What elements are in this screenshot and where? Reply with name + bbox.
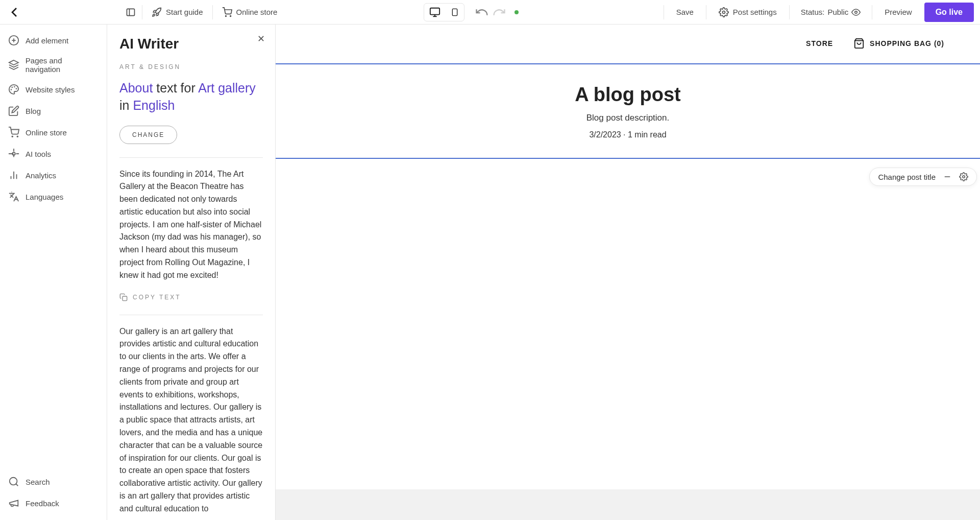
sidebar-item-add-element[interactable]: Add element bbox=[0, 30, 107, 51]
sidebar-item-label: Add element bbox=[26, 36, 68, 45]
close-icon: ✕ bbox=[257, 33, 265, 44]
sidebar: Add element Pages and navigation Website… bbox=[0, 25, 107, 520]
svg-point-16 bbox=[16, 88, 17, 89]
copy-icon bbox=[119, 293, 128, 301]
divider bbox=[789, 5, 790, 19]
topbar: Start guide Online store Save Post sett bbox=[0, 0, 980, 25]
sidebar-search-label: Search bbox=[26, 478, 50, 486]
plus-circle-icon bbox=[8, 35, 19, 46]
svg-rect-27 bbox=[122, 296, 127, 301]
back-button[interactable] bbox=[6, 4, 22, 20]
rocket-icon bbox=[152, 7, 162, 17]
cart-icon bbox=[8, 127, 19, 138]
layers-icon bbox=[8, 59, 19, 70]
divider bbox=[872, 5, 872, 19]
eye-icon bbox=[851, 8, 861, 17]
status-value: Public bbox=[827, 8, 848, 16]
sidebar-search[interactable]: Search bbox=[0, 471, 107, 492]
svg-point-9 bbox=[722, 11, 725, 13]
post-description: Blog post description. bbox=[276, 113, 980, 123]
go-live-button[interactable]: Go live bbox=[924, 3, 974, 22]
sidebar-item-styles[interactable]: Website styles bbox=[0, 79, 107, 100]
redo-button[interactable] bbox=[492, 5, 506, 19]
sidebar-feedback-label: Feedback bbox=[26, 499, 59, 508]
sidebar-item-label: Analytics bbox=[26, 171, 56, 180]
minimize-icon[interactable] bbox=[943, 172, 952, 181]
svg-line-26 bbox=[16, 484, 18, 486]
sidebar-bottom: Search Feedback bbox=[0, 467, 107, 520]
divider bbox=[706, 5, 706, 19]
svg-point-15 bbox=[14, 87, 15, 87]
ai-panel-title: AI Writer bbox=[119, 36, 263, 52]
store-label: STORE bbox=[806, 39, 833, 48]
mobile-icon bbox=[451, 7, 459, 17]
svg-point-20 bbox=[17, 136, 18, 137]
sidebar-item-languages[interactable]: Languages bbox=[0, 186, 107, 207]
undo-button[interactable] bbox=[475, 5, 489, 19]
canvas-footer-section[interactable] bbox=[276, 489, 980, 520]
svg-point-19 bbox=[12, 136, 13, 137]
sidebar-item-label: Online store bbox=[26, 128, 67, 137]
online-store-top-label: Online store bbox=[236, 8, 278, 16]
svg-marker-14 bbox=[9, 60, 18, 65]
close-panel-button[interactable]: ✕ bbox=[256, 34, 266, 44]
chevron-left-icon bbox=[6, 4, 22, 20]
sidebar-item-label: Blog bbox=[26, 107, 41, 115]
store-nav-link[interactable]: STORE bbox=[806, 39, 833, 48]
divider bbox=[119, 315, 263, 315]
sidebar-item-ai-tools[interactable]: AI tools bbox=[0, 143, 107, 164]
preview-button[interactable]: Preview bbox=[879, 5, 917, 19]
undo-redo-group bbox=[475, 5, 506, 19]
ai-headline: About text for Art gallery in English bbox=[119, 80, 263, 114]
start-guide-label: Start guide bbox=[166, 8, 203, 16]
post-title: A blog post bbox=[276, 84, 980, 106]
start-guide-button[interactable]: Start guide bbox=[146, 4, 208, 20]
sidebar-item-pages[interactable]: Pages and navigation bbox=[0, 51, 107, 79]
megaphone-icon bbox=[8, 498, 19, 509]
mobile-view-button[interactable] bbox=[447, 5, 463, 19]
sidebar-item-label: AI tools bbox=[26, 150, 51, 158]
palette-icon bbox=[8, 84, 19, 95]
ai-headline-subject: Art gallery bbox=[198, 81, 256, 95]
preview-label: Preview bbox=[885, 8, 912, 16]
status-prefix: Status: bbox=[801, 8, 825, 16]
svg-point-18 bbox=[11, 89, 12, 90]
canvas: STORE SHOPPING BAG (0) A blog post Blog … bbox=[276, 25, 980, 520]
go-live-label: Go live bbox=[936, 8, 963, 16]
copy-text-button[interactable]: COPY TEXT bbox=[119, 293, 263, 301]
save-button[interactable]: Save bbox=[671, 5, 699, 19]
store-header: STORE SHOPPING BAG (0) bbox=[276, 25, 980, 59]
sidebar-item-online-store[interactable]: Online store bbox=[0, 122, 107, 143]
desktop-view-button[interactable] bbox=[425, 5, 445, 20]
svg-point-10 bbox=[855, 11, 857, 13]
svg-point-17 bbox=[12, 87, 12, 87]
gear-icon[interactable] bbox=[959, 172, 968, 181]
sidebar-item-analytics[interactable]: Analytics bbox=[0, 164, 107, 186]
shopping-bag-icon bbox=[853, 38, 865, 49]
ai-headline-language: English bbox=[133, 98, 175, 112]
online-store-top-button[interactable]: Online store bbox=[217, 4, 283, 20]
sidebar-item-label: Website styles bbox=[26, 85, 75, 94]
ai-headline-text-for: text for bbox=[153, 81, 198, 95]
ai-generated-text-1: Since its founding in 2014, The Art Gall… bbox=[119, 168, 263, 282]
toggle-panel-button[interactable] bbox=[124, 4, 138, 20]
section-toolbar-label[interactable]: Change post title bbox=[878, 173, 936, 181]
sidebar-feedback[interactable]: Feedback bbox=[0, 492, 107, 514]
sidebar-item-blog[interactable]: Blog bbox=[0, 100, 107, 122]
sidebar-item-label: Languages bbox=[26, 193, 63, 201]
sidebar-item-label: Pages and navigation bbox=[26, 56, 99, 74]
copy-text-label: COPY TEXT bbox=[133, 294, 181, 301]
device-toggle bbox=[424, 3, 464, 21]
ai-headline-about: About bbox=[119, 81, 153, 95]
post-settings-label: Post settings bbox=[733, 8, 777, 16]
search-icon bbox=[8, 476, 19, 487]
blog-post-section[interactable]: A blog post Blog post description. 3/2/2… bbox=[276, 63, 980, 159]
change-button[interactable]: CHANGE bbox=[119, 126, 177, 144]
post-settings-button[interactable]: Post settings bbox=[714, 4, 782, 20]
bar-chart-icon bbox=[8, 170, 19, 181]
section-toolbar: Change post title bbox=[869, 168, 977, 186]
status-indicator[interactable]: Status:Public bbox=[797, 8, 865, 17]
shopping-bag-button[interactable]: SHOPPING BAG (0) bbox=[853, 38, 944, 49]
divider bbox=[119, 157, 263, 158]
edit-icon bbox=[8, 105, 19, 116]
